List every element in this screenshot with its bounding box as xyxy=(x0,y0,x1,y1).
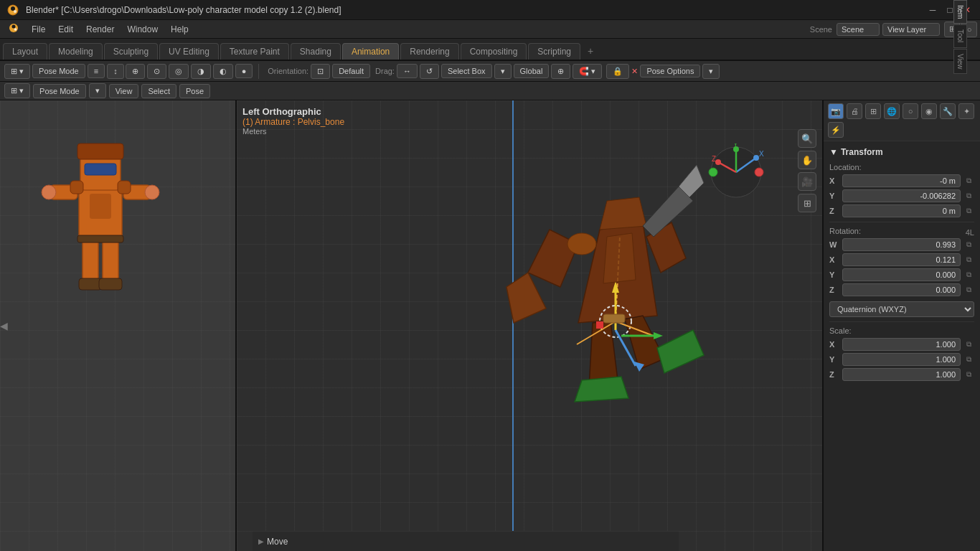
pose-mode-header-button[interactable]: Pose Mode xyxy=(33,84,86,98)
viewport-tool2-button[interactable]: ⊕ xyxy=(126,64,145,79)
svg-point-54 xyxy=(567,233,596,255)
particles-icon[interactable]: ✦ xyxy=(958,103,974,119)
pivot-select[interactable]: ⊕ xyxy=(551,64,570,79)
scale-z-input[interactable] xyxy=(842,368,961,381)
view-header-menu[interactable]: View xyxy=(109,84,139,98)
svg-point-13 xyxy=(145,185,159,199)
copy-location-y-icon[interactable]: ⧉ xyxy=(963,190,974,202)
object-properties-icon[interactable]: ◉ xyxy=(921,103,937,119)
rot-x-label: X xyxy=(829,255,842,264)
copy-rotation-z-icon[interactable]: ⧉ xyxy=(963,284,974,296)
copy-scale-x-icon[interactable]: ⧉ xyxy=(963,339,974,350)
copy-rotation-w-icon[interactable]: ⧉ xyxy=(963,239,974,250)
copy-location-z-icon[interactable]: ⧉ xyxy=(963,205,974,217)
world-properties-icon[interactable]: ○ xyxy=(903,103,918,119)
editor-header-button[interactable]: ⊞ ▾ xyxy=(4,83,30,98)
scale-x-input[interactable] xyxy=(842,338,961,351)
rotation-z-input[interactable] xyxy=(842,283,961,296)
blender-menu[interactable] xyxy=(3,22,24,37)
rotation-mode-select[interactable]: Quaternion (WXYZ) xyxy=(829,301,974,317)
camera-button[interactable]: 🎥 xyxy=(798,172,816,191)
render-properties-icon[interactable]: 📷 xyxy=(828,103,844,119)
copy-rotation-x-icon[interactable]: ⧉ xyxy=(963,254,974,265)
viewport-nav-buttons[interactable]: 🔍 ✋ 🎥 ⊞ xyxy=(798,129,816,212)
transform-collapse-icon[interactable]: ▼ xyxy=(829,147,838,157)
pose-header-menu[interactable]: Pose xyxy=(179,84,210,98)
tab-layout[interactable]: Layout xyxy=(3,43,47,60)
add-workspace-button[interactable]: + xyxy=(582,42,599,60)
svg-rect-17 xyxy=(99,278,122,290)
rotation-y-input[interactable] xyxy=(842,268,961,281)
tab-scripting[interactable]: Scripting xyxy=(528,43,580,60)
scene-label: Scene xyxy=(810,25,832,34)
svg-rect-15 xyxy=(103,238,118,281)
orientation-normal-button[interactable]: ⊡ xyxy=(311,64,330,79)
rotate-icon-button[interactable]: ↺ xyxy=(420,64,439,79)
view-layer-input[interactable] xyxy=(882,23,940,36)
file-menu[interactable]: File xyxy=(26,23,51,36)
location-y-input[interactable] xyxy=(842,189,961,202)
minimize-button[interactable]: ─ xyxy=(925,3,940,17)
pose-options-dropdown-button[interactable]: ▾ xyxy=(702,64,720,79)
scene-name-input[interactable] xyxy=(837,23,880,36)
viewport-tool1-button[interactable]: ↕ xyxy=(107,64,124,79)
editor-type-button[interactable]: ⊞ ▾ xyxy=(4,64,30,79)
rotation-x-input[interactable] xyxy=(842,253,961,266)
copy-location-x-icon[interactable]: ⧉ xyxy=(963,175,974,187)
shading-rendered-button[interactable]: ● xyxy=(235,64,253,78)
location-label: Location: xyxy=(829,163,974,171)
drag-dropdown-button[interactable]: ▾ xyxy=(494,64,512,79)
rotation-w-input[interactable] xyxy=(842,238,961,251)
rot-w-label: W xyxy=(829,240,842,249)
view-layer-properties-icon[interactable]: ⊞ xyxy=(865,103,881,119)
scale-y-input[interactable] xyxy=(842,353,961,366)
tab-modeling[interactable]: Modeling xyxy=(49,43,103,60)
physics-icon[interactable]: ⚡ xyxy=(828,122,844,138)
copy-rotation-y-icon[interactable]: ⧉ xyxy=(963,269,974,281)
pose-options-button[interactable]: Pose Options xyxy=(640,65,700,77)
copy-scale-z-icon[interactable]: ⧉ xyxy=(963,369,974,380)
svg-rect-16 xyxy=(79,278,102,290)
pose-mode-button[interactable]: Pose Mode xyxy=(32,64,85,78)
render-menu[interactable]: Render xyxy=(80,23,120,36)
location-x-input[interactable] xyxy=(842,174,961,187)
svg-point-31 xyxy=(715,159,721,165)
rotation-label: Rotation: xyxy=(829,227,861,235)
select-header-menu[interactable]: Select xyxy=(141,84,176,98)
mode-header-dropdown[interactable]: ▾ xyxy=(89,83,106,98)
tab-compositing[interactable]: Compositing xyxy=(461,43,527,60)
tab-uv-editing[interactable]: UV Editing xyxy=(159,43,219,60)
window-menu[interactable]: Window xyxy=(121,23,164,36)
tab-sculpting[interactable]: Sculpting xyxy=(104,43,158,60)
scene-properties-icon[interactable]: 🌐 xyxy=(884,103,900,119)
viewport-proportional-button[interactable]: ◎ xyxy=(169,64,189,79)
center-3d-viewport[interactable]: Left Orthographic (1) Armature : Pelvis_… xyxy=(237,100,822,551)
output-properties-icon[interactable]: 🖨 xyxy=(847,103,862,119)
zoom-in-button[interactable]: 🔍 xyxy=(798,129,816,148)
help-menu[interactable]: Help xyxy=(165,23,194,36)
drag-select[interactable]: Select Box xyxy=(441,64,492,78)
shading-material-button[interactable]: ◐ xyxy=(213,64,233,79)
move-label: Move xyxy=(267,537,288,547)
edit-menu[interactable]: Edit xyxy=(52,23,79,36)
pan-button[interactable]: ✋ xyxy=(798,151,816,169)
viewport-snap-button[interactable]: ⊙ xyxy=(147,64,166,79)
tab-animation[interactable]: Animation xyxy=(342,43,399,60)
orientation-select[interactable]: Default xyxy=(332,64,370,78)
view-lock-button[interactable]: 🔒 xyxy=(606,64,629,79)
shading-solid-button[interactable]: ◑ xyxy=(191,64,211,79)
tab-texture-paint[interactable]: Texture Paint xyxy=(220,43,289,60)
tab-rendering[interactable]: Rendering xyxy=(400,43,458,60)
left-3d-viewport[interactable]: ◀ xyxy=(0,100,235,551)
move-icon-button[interactable]: ↔ xyxy=(397,64,418,78)
location-z-input[interactable] xyxy=(842,204,961,217)
mode-options-button[interactable]: ≡ xyxy=(88,64,105,78)
tab-shading[interactable]: Shading xyxy=(291,43,341,60)
grid-button[interactable]: ⊞ xyxy=(798,194,816,212)
viewport-collapse-arrow[interactable]: ◀ xyxy=(0,320,8,331)
snap-toggle-button[interactable]: 🧲 ▾ xyxy=(573,64,602,79)
copy-scale-y-icon[interactable]: ⧉ xyxy=(963,354,974,365)
x-close-icon[interactable]: ✕ xyxy=(631,67,638,76)
modifier-properties-icon[interactable]: 🔧 xyxy=(940,103,956,119)
global-local-select[interactable]: Global xyxy=(514,64,550,78)
